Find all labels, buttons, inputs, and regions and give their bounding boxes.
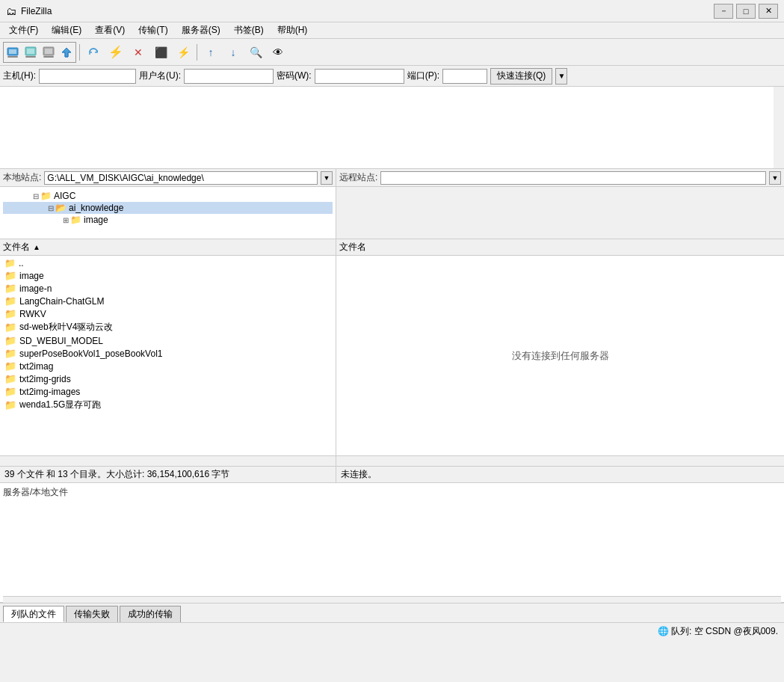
local-file-item[interactable]: 📁txt2imag <box>3 360 333 372</box>
tree-image-label: image <box>84 215 108 225</box>
local-file-item[interactable]: 📁RWKV <box>3 307 333 320</box>
local-file-item[interactable]: 📁txt2img-grids <box>3 372 333 385</box>
quick-connect-button[interactable]: 快速连接(Q) <box>490 68 552 85</box>
remote-hscroll[interactable] <box>336 455 784 466</box>
toolbar-sep1 <box>79 44 80 61</box>
remote-panel: 远程站点: ▼ 文件名 没有连接到任何服务器 未连接。 <box>336 169 784 482</box>
toolbar-btn3[interactable] <box>40 42 58 63</box>
toolbar-btn4[interactable] <box>58 42 75 63</box>
transfer-area: 服务器/本地文件 <box>0 483 784 603</box>
remote-status-bar: 未连接。 <box>336 466 784 482</box>
stop-btn[interactable]: ⬛ <box>150 42 171 63</box>
restore-button[interactable]: □ <box>736 4 756 19</box>
folder-aigc-icon: 📁 <box>40 191 52 201</box>
download-btn[interactable]: ↓ <box>223 42 244 63</box>
local-status-text: 39 个文件 和 13 个目录。大小总计: 36,154,100,616 字节 <box>4 468 229 481</box>
local-file-item[interactable]: 📁sd-web秋叶V4驱动云改 <box>3 320 333 334</box>
compare-btn[interactable]: 👁 <box>268 42 288 63</box>
pass-input[interactable] <box>315 69 404 84</box>
local-file-item[interactable]: 📁superPoseBookVol1_poseBookVol1 <box>3 347 333 360</box>
local-file-item[interactable]: 📁image <box>3 269 333 282</box>
remote-addr-dropdown[interactable]: ▼ <box>769 171 781 185</box>
main-area: 本地站点: ▼ ⊟ 📁 AIGC ⊟ 📂 ai_knowledge ⊞ 📁 im… <box>0 169 784 483</box>
folder-knowledge-icon: 📂 <box>55 203 67 213</box>
menu-view[interactable]: 查看(V) <box>89 22 131 38</box>
svg-rect-1 <box>9 49 16 54</box>
remote-file-scroll: 没有连接到任何服务器 <box>336 256 784 466</box>
local-status-bar: 39 个文件 和 13 个目录。大小总计: 36,154,100,616 字节 <box>0 466 336 482</box>
local-addr-label: 本地站点: <box>3 171 41 184</box>
tree-aigc-label: AIGC <box>54 191 75 201</box>
tree-item-ai-knowledge[interactable]: ⊟ 📂 ai_knowledge <box>3 202 333 214</box>
queue-tabs: 列队的文件 传输失败 成功的传输 <box>0 603 784 622</box>
folder-icon: 📁 <box>4 373 16 384</box>
svg-rect-5 <box>25 56 36 58</box>
local-file-item[interactable]: 📁LangChain-ChatGLM <box>3 295 333 307</box>
process-queue-btn[interactable]: ⚡ <box>105 42 126 63</box>
menu-bar: 文件(F) 编辑(E) 查看(V) 传输(T) 服务器(S) 书签(B) 帮助(… <box>0 22 784 39</box>
folder-icon: 📁 <box>4 360 16 372</box>
remote-empty-panel: 没有连接到任何服务器 <box>336 256 784 455</box>
log-scrollbar[interactable] <box>774 87 784 168</box>
tab-failed-transfers[interactable]: 传输失败 <box>66 606 118 622</box>
close-button[interactable]: ✕ <box>759 4 778 19</box>
local-addr-dropdown[interactable]: ▼ <box>321 171 333 185</box>
local-file-scroll: 📁..📁image📁image-n📁LangChain-ChatGLM📁RWKV… <box>0 256 336 466</box>
remote-addr-label: 远程站点: <box>339 171 377 184</box>
remote-addr-bar: 远程站点: ▼ <box>336 169 784 187</box>
sort-arrow-icon: ▲ <box>33 243 40 251</box>
local-file-sort[interactable]: 文件名 ▲ <box>3 241 40 254</box>
toolbar-btn2[interactable] <box>22 42 40 63</box>
local-file-header-label: 文件名 <box>3 241 30 254</box>
folder-icon: 📁 <box>4 308 16 319</box>
file-name-label: LangChain-ChatGLM <box>19 296 104 307</box>
user-input[interactable] <box>184 69 274 84</box>
parent-folder-icon: 📁 <box>4 258 16 268</box>
quick-connect-dropdown[interactable]: ▼ <box>555 68 567 85</box>
menu-edit[interactable]: 编辑(E) <box>46 22 87 38</box>
local-panel: 本地站点: ▼ ⊟ 📁 AIGC ⊟ 📂 ai_knowledge ⊞ 📁 im… <box>0 169 336 482</box>
tab-queued-files[interactable]: 列队的文件 <box>3 606 64 622</box>
local-file-item[interactable]: 📁image-n <box>3 282 333 295</box>
tab-successful-transfers[interactable]: 成功的传输 <box>120 606 181 622</box>
file-name-label: sd-web秋叶V4驱动云改 <box>19 321 113 334</box>
pass-label: 密码(W): <box>277 70 312 82</box>
bottom-status-right: 🌐 队列: 空 CSDN @夜风009. <box>658 625 778 638</box>
host-input[interactable] <box>39 69 136 84</box>
remote-addr-input[interactable] <box>380 171 766 185</box>
tree-item-image[interactable]: ⊞ 📁 image <box>3 214 333 226</box>
local-addr-input[interactable] <box>44 171 318 185</box>
refresh-btn[interactable] <box>83 42 104 63</box>
local-file-item[interactable]: 📁.. <box>3 257 333 269</box>
folder-icon: 📁 <box>4 295 16 307</box>
folder-icon: 📁 <box>4 348 16 359</box>
local-file-item[interactable]: 📁SD_WEBUI_MODEL <box>3 334 333 347</box>
app-title: FileZilla <box>21 6 52 16</box>
local-file-item[interactable]: 📁wenda1.5G显存可跑 <box>3 398 333 412</box>
tree-knowledge-label: ai_knowledge <box>69 203 123 213</box>
svg-rect-4 <box>27 49 34 54</box>
site-manager-btn[interactable] <box>4 42 22 63</box>
tree-item-aigc[interactable]: ⊟ 📁 AIGC <box>3 190 333 202</box>
file-name-label: txt2imag <box>19 361 53 372</box>
title-bar: 🗂 FileZilla － □ ✕ <box>0 0 784 22</box>
cancel-btn[interactable]: ✕ <box>128 42 149 63</box>
port-input[interactable] <box>442 69 487 84</box>
bottom-status-bar: 🌐 队列: 空 CSDN @夜风009. <box>0 622 784 640</box>
toolbar: ⚡ ✕ ⬛ ⚡ ↑ ↓ 🔍 👁 <box>0 39 784 66</box>
local-addr-bar: 本地站点: ▼ <box>0 169 336 187</box>
expand-knowledge-icon: ⊟ <box>48 204 54 212</box>
file-name-label: wenda1.5G显存可跑 <box>19 399 101 411</box>
upload-btn[interactable]: ↑ <box>200 42 221 63</box>
menu-help[interactable]: 帮助(H) <box>271 22 314 38</box>
menu-bookmark[interactable]: 书签(B) <box>228 22 270 38</box>
menu-file[interactable]: 文件(F) <box>3 22 44 38</box>
local-hscroll[interactable] <box>0 455 336 466</box>
minimize-button[interactable]: － <box>714 4 733 19</box>
disconnect-btn[interactable]: ⚡ <box>173 42 194 63</box>
menu-transfer[interactable]: 传输(T) <box>132 22 173 38</box>
menu-server[interactable]: 服务器(S) <box>176 22 226 38</box>
search-btn[interactable]: 🔍 <box>245 42 266 63</box>
local-file-item[interactable]: 📁txt2img-images <box>3 385 333 398</box>
file-name-label: txt2img-images <box>19 387 80 397</box>
